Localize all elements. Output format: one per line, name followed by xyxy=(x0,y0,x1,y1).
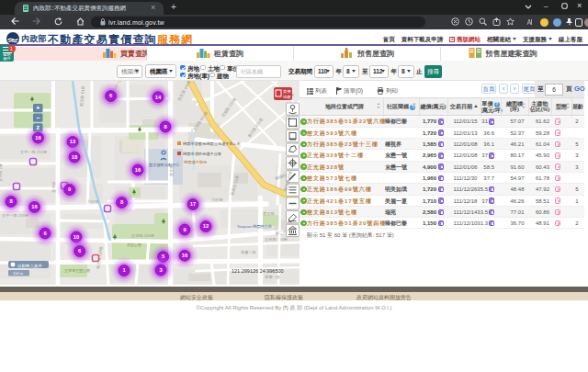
svg-text:慈文國民活動中心: 慈文國民活動中心 xyxy=(148,163,180,167)
svg-text:18: 18 xyxy=(72,154,78,160)
svg-text:16: 16 xyxy=(135,167,141,173)
svg-text:100 m: 100 m xyxy=(13,271,24,276)
svg-text:實價: 實價 xyxy=(283,89,291,94)
svg-text:17: 17 xyxy=(190,201,196,207)
svg-text:+: + xyxy=(36,105,40,111)
svg-text:−: − xyxy=(36,115,40,121)
svg-text:16: 16 xyxy=(182,253,188,258)
svg-text:121.299126 24.996500: 121.299126 24.996500 xyxy=(232,268,284,274)
svg-text:五號埤生態公園: 五號埤生態公園 xyxy=(64,268,90,273)
svg-text:孝五路: 孝五路 xyxy=(263,211,275,216)
svg-text:地圖: 地圖 xyxy=(282,95,290,99)
svg-text:桃園市警察局桃園分局埔子派出所: 桃園市警察局桃園分局埔子派出所 xyxy=(183,141,242,146)
svg-text:文中路: 文中路 xyxy=(51,181,56,193)
svg-text:桃園市消防局埔子分隊: 桃園市消防局埔子分隊 xyxy=(183,152,222,156)
svg-text:桃園埔子郵局: 桃園埔子郵局 xyxy=(184,160,207,164)
svg-text:文中路 2巷: 文中路 2巷 xyxy=(0,163,3,182)
svg-text:Taoyuan 桃園區公所: Taoyuan 桃園區公所 xyxy=(237,224,273,229)
svg-text:16: 16 xyxy=(31,204,38,209)
svg-text:12: 12 xyxy=(203,223,209,229)
svg-text:16: 16 xyxy=(35,135,41,141)
svg-text:自動輸入案件: 自動輸入案件 xyxy=(17,264,43,268)
svg-text:正光路 205巷: 正光路 205巷 xyxy=(131,233,154,238)
svg-text:正光路 184巷: 正光路 184巷 xyxy=(265,237,288,242)
svg-text:z: z xyxy=(36,124,40,130)
svg-text:休憩公園: 休憩公園 xyxy=(127,242,141,247)
svg-text:14: 14 xyxy=(155,95,162,100)
